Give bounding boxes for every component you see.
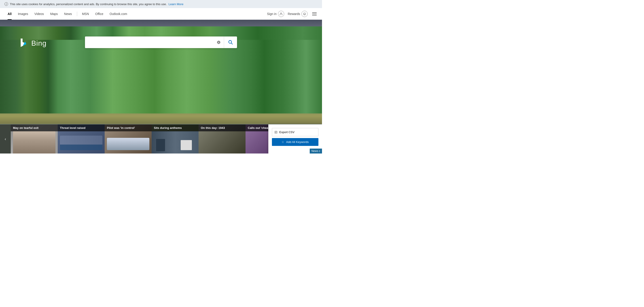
news-card-title-pilot: Pilot was 'in control' <box>105 124 152 131</box>
nav-all[interactable]: All <box>4 8 15 20</box>
svg-point-5 <box>229 41 232 43</box>
rewards-icon: R <box>302 11 308 17</box>
add-keywords-label: Add All Keywords <box>286 140 308 144</box>
news-card-title-threat: Threat level raised <box>58 124 105 131</box>
menu-button[interactable] <box>311 12 318 16</box>
star-icon: ☆ <box>282 140 284 144</box>
nav-right: Sign in Rewards R <box>267 11 318 17</box>
sign-in-button[interactable]: Sign in <box>267 11 284 17</box>
search-button[interactable] <box>224 37 237 48</box>
statue <box>156 57 166 102</box>
bing-logo-text: Bing <box>31 39 46 48</box>
learn-more-link[interactable]: Learn More <box>168 3 183 6</box>
news-card-1943[interactable]: On this day: 1943 <box>198 124 246 154</box>
nav-news[interactable]: News <box>61 8 75 20</box>
rewards-button[interactable]: Rewards R <box>288 11 308 17</box>
news-card-title-may: May on tearful exit <box>11 124 58 131</box>
search-bar-container <box>85 37 237 48</box>
search-input[interactable] <box>85 37 213 48</box>
cookie-banner: i This site uses cookies for analytics, … <box>0 0 322 8</box>
search-bar <box>85 37 237 48</box>
nav-office[interactable]: Office <box>92 8 106 20</box>
svg-point-3 <box>218 42 219 43</box>
export-csv-label: Export CSV <box>279 130 294 134</box>
user-icon <box>278 11 284 17</box>
add-all-keywords-button[interactable]: ☆ Add All Keywords <box>272 138 318 146</box>
top-navigation: All Images Videos Maps News MSN Office O… <box>0 8 322 20</box>
bing-logo-icon <box>18 38 29 49</box>
info-icon: i <box>4 2 8 6</box>
news-card-anthems[interactable]: Sits during anthems <box>152 124 198 154</box>
nav-images[interactable]: Images <box>15 8 31 20</box>
sign-in-label: Sign in <box>267 12 276 16</box>
nav-links: All Images Videos Maps News MSN Office O… <box>4 8 267 20</box>
news-badge: News c <box>310 149 322 154</box>
news-card-may-exit[interactable]: May on tearful exit <box>11 124 58 154</box>
news-card-title-anthems: Sits during anthems <box>152 124 198 131</box>
camera-search-button[interactable] <box>213 37 224 48</box>
nav-msn[interactable]: MSN <box>79 8 92 20</box>
nav-maps[interactable]: Maps <box>47 8 61 20</box>
news-card-pilot[interactable]: Pilot was 'in control' <box>105 124 152 154</box>
rewards-label: Rewards <box>288 12 300 16</box>
hero-section: Bing ▾ 📍 Clouds over <box>0 20 322 154</box>
nav-divider <box>77 12 77 16</box>
bing-logo: Bing <box>18 38 46 49</box>
cookie-message: This site uses cookies for analytics, pe… <box>10 3 167 6</box>
nav-outlook[interactable]: Outlook.com <box>106 8 130 20</box>
export-csv-button[interactable]: Export CSV <box>272 128 318 136</box>
svg-text:R: R <box>304 13 305 15</box>
svg-line-6 <box>231 43 232 44</box>
news-card-threat[interactable]: Threat level raised <box>58 124 105 154</box>
news-card-title-1943: On this day: 1943 <box>198 124 246 131</box>
news-prev-button[interactable]: ‹ <box>0 124 11 154</box>
nav-videos[interactable]: Videos <box>31 8 47 20</box>
